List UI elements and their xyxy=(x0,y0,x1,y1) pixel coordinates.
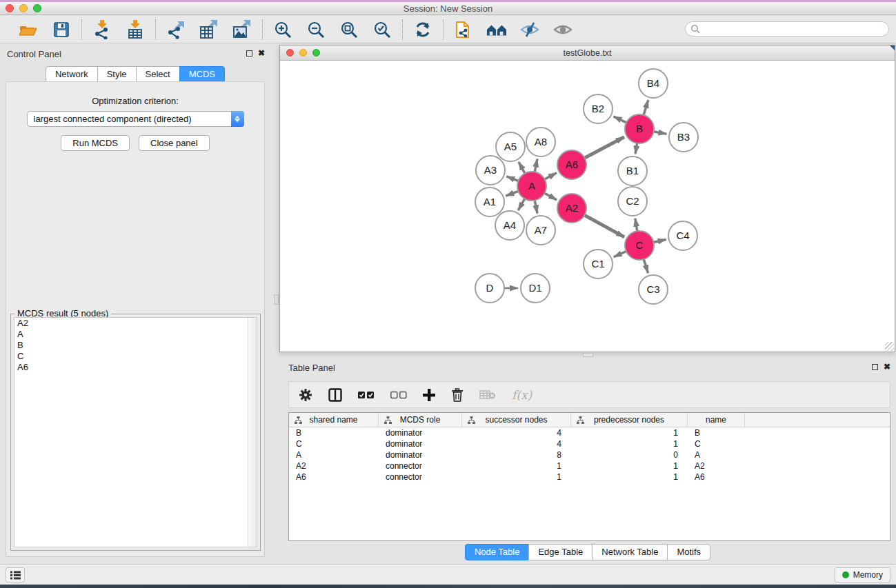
node-table[interactable]: shared nameMCDS rolesuccessor nodesprede… xyxy=(288,412,890,541)
show-columns-button[interactable] xyxy=(328,388,342,402)
graph-node-A5[interactable]: A5 xyxy=(496,132,525,161)
table-row[interactable]: A2connector11A2 xyxy=(289,460,890,472)
tab-mcds[interactable]: MCDS xyxy=(179,66,225,83)
zoom-fit-button[interactable] xyxy=(339,19,359,40)
graph-node-A7[interactable]: A7 xyxy=(526,216,555,245)
float-panel-icon[interactable] xyxy=(246,50,252,57)
export-table-button[interactable] xyxy=(199,19,219,40)
list-item[interactable]: A2 xyxy=(14,318,257,329)
graph-node-A2[interactable]: A2 xyxy=(557,194,586,223)
memory-button[interactable]: Memory xyxy=(835,567,890,582)
graph-node-B[interactable]: B xyxy=(625,114,654,143)
cell-name: C xyxy=(688,439,745,449)
graph-node-B4[interactable]: B4 xyxy=(639,69,668,98)
cell-name: B xyxy=(688,428,745,438)
graph-node-C[interactable]: C xyxy=(625,231,654,260)
criterion-select[interactable]: largest connected component (directed) xyxy=(27,111,244,127)
close-panel-icon[interactable]: ✖ xyxy=(258,50,265,57)
close-panel-icon[interactable]: ✖ xyxy=(884,363,890,371)
list-scrollbar[interactable] xyxy=(248,318,257,547)
graph-node-A6[interactable]: A6 xyxy=(557,150,586,179)
graph-node-C2[interactable]: C2 xyxy=(618,187,647,216)
show-panels-button[interactable] xyxy=(6,567,25,582)
open-file-button[interactable] xyxy=(18,19,39,40)
import-table-button[interactable] xyxy=(125,19,146,40)
list-item[interactable]: A6 xyxy=(14,362,257,373)
zoom-selected-button[interactable] xyxy=(372,19,392,40)
table-row[interactable]: Cdominator41C xyxy=(289,438,890,449)
tab-network[interactable]: Network xyxy=(46,66,98,83)
search-field[interactable] xyxy=(685,21,889,37)
network-graph[interactable]: B4B2BB3A8A5A6A3B1AC2A1A2A4A7C4CC1DD1C3 xyxy=(280,61,895,352)
run-mcds-button[interactable]: Run MCDS xyxy=(61,135,130,151)
eye-slash-icon xyxy=(520,21,539,38)
show-all-button[interactable] xyxy=(552,19,573,40)
save-session-button[interactable] xyxy=(51,19,72,40)
tab-style[interactable]: Style xyxy=(97,66,137,83)
graph-node-A3[interactable]: A3 xyxy=(476,156,505,185)
column-header-name[interactable]: name xyxy=(688,413,745,427)
graph-node-A1[interactable]: A1 xyxy=(475,187,504,216)
export-network-button[interactable] xyxy=(166,19,186,40)
cell-MCDS-role: connector xyxy=(379,461,462,471)
delete-column-button[interactable] xyxy=(451,388,464,402)
tab-select[interactable]: Select xyxy=(136,66,180,83)
hide-selected-button[interactable] xyxy=(519,19,540,40)
network-window-titlebar[interactable]: testGlobe.txt xyxy=(280,45,895,61)
graph-node-B1[interactable]: B1 xyxy=(618,156,647,185)
deselect-all-button[interactable] xyxy=(390,391,407,399)
network-canvas[interactable]: B4B2BB3A8A5A6A3B1AC2A1A2A4A7C4CC1DD1C3 xyxy=(280,61,895,352)
graph-node-B3[interactable]: B3 xyxy=(669,123,698,152)
refresh-layout-button[interactable] xyxy=(412,19,433,40)
cell-shared-name: A2 xyxy=(289,461,379,471)
zoom-in-button[interactable] xyxy=(272,19,293,40)
select-all-button[interactable] xyxy=(358,391,375,399)
save-icon xyxy=(53,21,70,38)
search-input[interactable] xyxy=(700,23,888,35)
column-header-predecessor-nodes[interactable]: predecessor nodes xyxy=(571,413,688,427)
create-column-button[interactable] xyxy=(423,389,435,401)
export-image-button[interactable] xyxy=(232,19,252,40)
list-item[interactable]: C xyxy=(14,351,257,362)
window-focus-mark xyxy=(890,45,895,50)
optimization-criterion-label: Optimization criterion: xyxy=(6,96,264,106)
column-header-successor-nodes[interactable]: successor nodes xyxy=(462,413,571,427)
table-row[interactable]: Bdominator41B xyxy=(289,427,890,438)
graph-node-A8[interactable]: A8 xyxy=(526,128,555,156)
zoom-out-button[interactable] xyxy=(306,19,326,40)
first-neighbors-button[interactable] xyxy=(486,19,507,40)
graph-node-D1[interactable]: D1 xyxy=(521,274,550,303)
graph-node-A4[interactable]: A4 xyxy=(495,211,524,240)
graph-node-B2[interactable]: B2 xyxy=(584,94,613,123)
eye-icon xyxy=(553,21,573,38)
tab-network-table[interactable]: Network Table xyxy=(592,544,668,560)
close-panel-button[interactable]: Close panel xyxy=(139,135,210,151)
graph-node-C1[interactable]: C1 xyxy=(584,250,613,278)
new-network-from-selection-button[interactable] xyxy=(453,19,474,40)
plus-icon xyxy=(423,389,435,401)
float-panel-icon[interactable] xyxy=(872,364,878,370)
select-stepper-icon xyxy=(231,111,244,127)
column-header-MCDS-role[interactable]: MCDS role xyxy=(379,413,462,427)
graph-node-D[interactable]: D xyxy=(475,274,504,303)
tab-node-table[interactable]: Node Table xyxy=(465,544,530,560)
list-item[interactable]: A xyxy=(14,329,257,340)
graph-node-C4[interactable]: C4 xyxy=(668,221,697,250)
horizontal-splitter-handle[interactable] xyxy=(583,353,593,357)
column-header-shared-name[interactable]: shared name xyxy=(289,413,379,427)
list-item[interactable]: B xyxy=(14,340,257,351)
gear-icon xyxy=(299,388,312,402)
tab-edge-table[interactable]: Edge Table xyxy=(528,544,593,560)
table-row[interactable]: Adominator80A xyxy=(289,449,890,460)
mcds-result-list[interactable]: A2ABCA6 xyxy=(14,317,257,547)
table-options-button[interactable] xyxy=(299,388,312,402)
vertical-splitter-handle[interactable] xyxy=(274,294,279,305)
table-row[interactable]: A6connector11A6 xyxy=(289,472,890,483)
window-resize-grip[interactable] xyxy=(885,342,894,351)
tab-motifs[interactable]: Motifs xyxy=(667,544,710,560)
import-network-button[interactable] xyxy=(92,19,112,40)
svg-text:C1: C1 xyxy=(591,258,604,270)
refresh-icon xyxy=(414,21,432,39)
graph-node-C3[interactable]: C3 xyxy=(639,275,668,304)
graph-node-A[interactable]: A xyxy=(517,172,546,201)
